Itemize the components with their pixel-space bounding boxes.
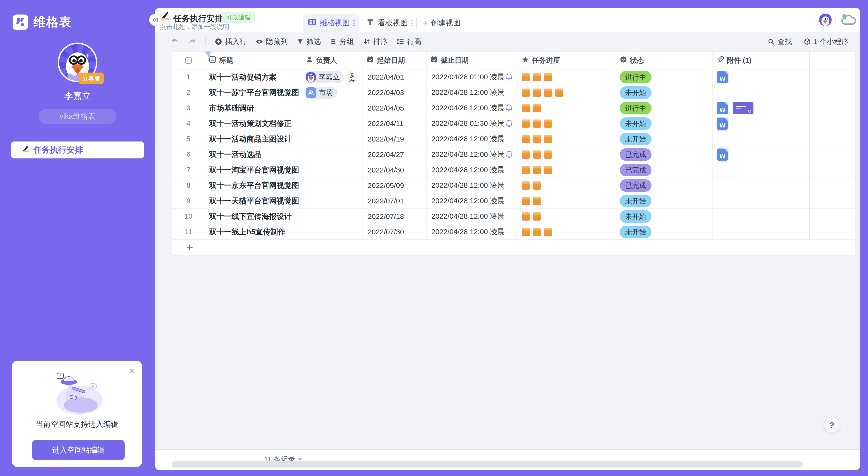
status-cell[interactable]: 进行中 — [616, 69, 713, 84]
row-number-cell[interactable]: 5 — [172, 131, 205, 146]
due-date-cell[interactable]: 2022/04/28 01:00 凌晨 — [427, 69, 518, 84]
collapse-sidebar-button[interactable] — [149, 14, 161, 26]
status-cell[interactable]: 已完成 — [616, 147, 713, 162]
attachment-cell[interactable] — [713, 85, 810, 100]
row-height-button[interactable]: 行高 — [397, 37, 422, 47]
progress-cell[interactable] — [518, 193, 616, 208]
table-row[interactable]: 9双十一天猫平台官网视觉图2022/07/012022/04/28 12:00 … — [172, 193, 855, 209]
attachment-cell[interactable] — [713, 178, 810, 193]
insert-row-button[interactable]: 插入行 — [215, 37, 247, 47]
checkbox-icon[interactable] — [185, 57, 192, 64]
enter-edit-button[interactable]: 进入空间站编辑 — [32, 440, 125, 460]
select-all-checkbox-cell[interactable] — [172, 52, 205, 69]
description-placeholder[interactable]: 点击此处，添加一段说明 — [160, 23, 229, 31]
task-title-cell[interactable]: 市场基础调研 — [205, 100, 302, 115]
progress-cell[interactable] — [518, 178, 616, 193]
member-avatar[interactable] — [346, 71, 358, 83]
owner-cell[interactable]: 市场 — [302, 85, 363, 100]
tab-menu-icon[interactable] — [353, 20, 354, 26]
word-file-icon[interactable]: W — [716, 101, 729, 115]
reminder-bell-icon[interactable] — [505, 119, 513, 129]
image-attachment-thumb[interactable] — [732, 101, 754, 115]
due-date-cell[interactable]: 2022/04/28 12:00 凌晨 — [427, 85, 518, 100]
start-date-cell[interactable]: 2022/04/11 — [363, 116, 427, 131]
hide-fields-button[interactable]: 隐藏列 — [255, 37, 288, 47]
start-date-cell[interactable]: 2022/05/09 — [363, 178, 427, 193]
status-cell[interactable]: 未开始 — [616, 116, 713, 131]
start-date-cell[interactable]: 2022/04/03 — [363, 85, 427, 100]
task-title-cell[interactable]: 双十一活动商品主图设计 — [205, 131, 302, 146]
progress-cell[interactable] — [518, 85, 616, 100]
owner-cell[interactable]: 李嘉立 — [302, 69, 363, 84]
task-title-cell[interactable]: 双十一活动选品 — [205, 147, 302, 162]
group-button[interactable]: 分组 — [330, 37, 354, 47]
attachment-cell[interactable]: W — [713, 69, 810, 84]
start-date-cell[interactable]: 2022/04/01 — [363, 69, 427, 84]
word-file-icon[interactable]: W — [716, 70, 729, 84]
table-row[interactable]: 2双十一苏宁平台官网视觉图市场2022/04/032022/04/28 12:0… — [172, 85, 855, 100]
owner-cell[interactable] — [302, 162, 363, 177]
start-date-cell[interactable]: 2022/04/19 — [363, 131, 427, 146]
owner-cell[interactable] — [302, 147, 363, 162]
table-row[interactable]: 1双十一活动促销方案李嘉立2022/04/012022/04/28 01:00 … — [172, 69, 855, 85]
due-date-cell[interactable]: 2022/04/28 12:00 凌晨 — [427, 162, 518, 177]
table-row[interactable]: 4双十一活动策划文档修正2022/04/112022/04/28 01:30 凌… — [172, 116, 855, 131]
status-cell[interactable]: 已完成 — [616, 162, 713, 177]
workspace-button[interactable]: vika维格表 — [39, 109, 116, 124]
owner-cell[interactable] — [302, 100, 363, 115]
attachment-cell[interactable] — [713, 193, 810, 208]
tab-grid-view[interactable]: 维格视图 — [303, 14, 360, 32]
progress-cell[interactable] — [518, 116, 616, 131]
task-title-cell[interactable]: 双十一线下宣传海报设计 — [205, 209, 302, 224]
row-number-cell[interactable]: 4 — [172, 116, 205, 131]
start-date-cell[interactable]: 2022/07/30 — [363, 224, 427, 239]
task-title-cell[interactable]: 双十一线上h5宣传制作 — [205, 224, 302, 239]
table-row[interactable]: 6双十一活动选品2022/04/272022/04/28 12:00 凌晨已完成… — [172, 147, 855, 162]
horizontal-scrollbar[interactable] — [172, 461, 803, 468]
status-cell[interactable]: 未开始 — [616, 85, 713, 100]
redo-icon[interactable] — [188, 37, 197, 46]
sidebar-item-task-sheet[interactable]: 任务执行安排 — [11, 141, 144, 159]
owner-cell[interactable] — [302, 131, 363, 146]
status-cell[interactable]: 未开始 — [616, 193, 713, 208]
sort-button[interactable]: 排序 — [363, 37, 388, 47]
column-header-member[interactable]: 负责人 — [302, 52, 363, 69]
start-date-cell[interactable]: 2022/04/27 — [363, 147, 427, 162]
add-row-button[interactable] — [172, 240, 855, 255]
progress-cell[interactable] — [518, 131, 616, 146]
start-date-cell[interactable]: 2022/04/30 — [363, 162, 427, 177]
column-header-select[interactable]: 状态 — [616, 52, 713, 69]
due-date-cell[interactable]: 2022/04/28 12:00 凌晨 — [427, 178, 518, 193]
owner-cell[interactable] — [302, 116, 363, 131]
widgets-button[interactable]: 1 个小程序 — [804, 37, 848, 47]
row-number-cell[interactable]: 1 — [172, 69, 205, 84]
reminder-bell-icon[interactable] — [505, 104, 513, 114]
owner-cell[interactable] — [302, 193, 363, 208]
table-row[interactable]: 11双十一线上h5宣传制作2022/07/302022/04/28 12:00 … — [172, 224, 855, 240]
task-title-cell[interactable]: 双十一活动促销方案 — [205, 69, 302, 84]
table-row[interactable]: 3市场基础调研2022/04/052022/04/26 12:00 凌晨进行中W — [172, 100, 855, 116]
attachment-cell[interactable] — [713, 224, 810, 239]
due-date-cell[interactable]: 2022/04/28 12:00 凌晨 — [427, 147, 518, 162]
progress-cell[interactable] — [518, 69, 616, 84]
vika-logo-icon[interactable] — [12, 14, 28, 30]
due-date-cell[interactable]: 2022/04/28 12:00 凌晨 — [427, 193, 518, 208]
status-cell[interactable]: 进行中 — [616, 100, 713, 115]
group-chip[interactable]: 市场 — [305, 87, 337, 99]
table-row[interactable]: 8双十一京东平台官网视觉图2022/05/092022/04/28 12:00 … — [172, 178, 855, 193]
column-header-calendar[interactable]: 起始日期 — [363, 52, 427, 69]
due-date-cell[interactable]: 2022/04/28 12:00 凌晨 — [427, 209, 518, 224]
row-number-cell[interactable]: 10 — [172, 209, 205, 224]
row-number-cell[interactable]: 8 — [172, 178, 205, 193]
progress-cell[interactable] — [518, 162, 616, 177]
word-file-icon[interactable]: W — [716, 116, 729, 131]
reminder-bell-icon[interactable] — [505, 73, 513, 83]
row-number-cell[interactable]: 6 — [172, 147, 205, 162]
column-header-calendar[interactable]: 截止日期 — [427, 52, 518, 69]
attachment-cell[interactable]: W — [713, 100, 810, 115]
row-number-cell[interactable]: 11 — [172, 224, 205, 239]
close-icon[interactable]: × — [129, 366, 134, 376]
word-file-icon[interactable]: W — [716, 147, 729, 162]
due-date-cell[interactable]: 2022/04/26 12:00 凌晨 — [427, 100, 518, 115]
column-header-text-field[interactable]: A标题 — [205, 52, 302, 69]
